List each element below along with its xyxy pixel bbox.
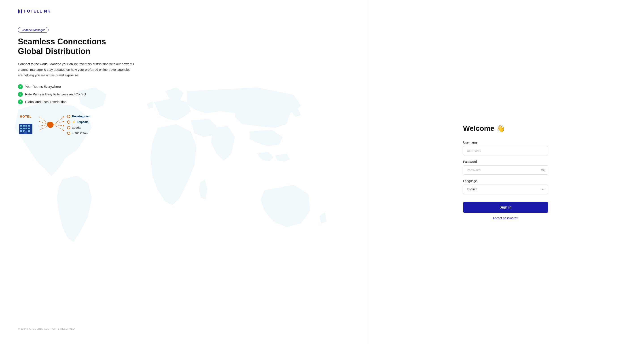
- building-svg: [18, 119, 34, 135]
- ota-expedia: ⚡ Expedia: [67, 120, 90, 124]
- feature-item-3: Global and Local Distribution: [18, 99, 354, 104]
- password-group: Password: [463, 160, 548, 175]
- language-select[interactable]: English Thai Japanese Chinese Korean: [463, 185, 548, 194]
- password-label: Password: [463, 160, 548, 163]
- forgot-password-link[interactable]: Forgot password?: [463, 216, 548, 220]
- svg-line-21: [54, 125, 64, 130]
- svg-marker-24: [63, 125, 64, 126]
- svg-rect-2: [23, 125, 24, 126]
- svg-line-18: [54, 117, 64, 125]
- svg-point-17: [47, 122, 54, 128]
- svg-rect-7: [26, 128, 27, 129]
- eye-slash-icon: [541, 168, 545, 171]
- svg-marker-23: [63, 121, 64, 122]
- hotel-diagram: HOTEL: [18, 112, 354, 137]
- feature-text-2: Rate Parity is Easy to Achieve and Contr…: [25, 92, 86, 96]
- feature-list: Your Rooms Everywhere Rate Parity is Eas…: [18, 84, 354, 104]
- svg-rect-3: [26, 125, 27, 126]
- svg-line-19: [54, 121, 64, 125]
- panel-divider: [367, 0, 368, 344]
- left-content: Channel Manager Seamless Connections Glo…: [18, 27, 354, 137]
- welcome-title: Welcome 👋: [463, 124, 548, 133]
- page-wrapper: HOTELLINK Channel Manager Seamless Conne…: [0, 0, 644, 344]
- headline-line2: Global Distribution: [18, 47, 90, 56]
- ota-circle-more: [67, 132, 70, 135]
- login-card: Welcome 👋 Username Password: [454, 120, 557, 224]
- ota-name-booking: Booking.com: [72, 115, 90, 118]
- feature-item-1: Your Rooms Everywhere: [18, 84, 354, 89]
- svg-rect-1: [20, 125, 22, 126]
- check-icon-1: [18, 84, 23, 89]
- footer-copyright: © 2024 HOTEL LINK. ALL RIGHTS RESERVED.: [18, 327, 76, 330]
- welcome-text: Welcome: [463, 124, 494, 133]
- username-input[interactable]: [463, 146, 548, 155]
- feature-text-1: Your Rooms Everywhere: [25, 85, 61, 88]
- password-input[interactable]: [463, 165, 548, 175]
- ota-name-agoda: agoda: [72, 126, 80, 129]
- ota-name-expedia: ⚡: [72, 120, 76, 124]
- diagram-arrows: [38, 112, 65, 137]
- svg-rect-6: [23, 128, 24, 129]
- feature-text-3: Global and Local Distribution: [25, 100, 66, 104]
- ota-name-more: + 200 OTAs: [72, 131, 88, 135]
- feature-item-2: Rate Parity is Easy to Achieve and Contr…: [18, 92, 354, 97]
- svg-rect-5: [20, 128, 22, 129]
- logo-icon: [18, 10, 22, 14]
- svg-marker-25: [63, 130, 64, 131]
- svg-rect-8: [28, 128, 30, 129]
- hotel-building: HOTEL: [18, 115, 34, 135]
- logo: HOTELLINK: [18, 9, 354, 14]
- ota-circle-expedia: [67, 120, 70, 124]
- svg-rect-9: [20, 130, 22, 132]
- logo-bar-3: [21, 10, 22, 14]
- logo-bar-1: [18, 10, 19, 14]
- right-panel: Welcome 👋 Username Password: [367, 0, 644, 344]
- description: Connect to the world. Manage your online…: [18, 61, 134, 78]
- ota-lines: Booking.com ⚡ Expedia agoda + 200 OTAs: [67, 115, 90, 135]
- channel-manager-badge: Channel Manager: [18, 27, 48, 33]
- svg-rect-11: [28, 130, 30, 132]
- logo-bar-2: [20, 10, 20, 13]
- wave-emoji: 👋: [497, 124, 505, 132]
- language-label: Language: [463, 179, 548, 183]
- left-panel: HOTELLINK Channel Manager Seamless Conne…: [0, 0, 367, 344]
- password-wrapper: [463, 165, 548, 175]
- ota-more: + 200 OTAs: [67, 131, 90, 135]
- svg-marker-22: [63, 116, 64, 118]
- svg-rect-4: [28, 125, 30, 126]
- logo-text: HOTELLINK: [24, 9, 51, 14]
- svg-rect-12: [24, 131, 27, 134]
- language-group: Language English Thai Japanese Chinese K…: [463, 179, 548, 194]
- ota-circle-booking: [67, 115, 70, 118]
- check-icon-2: [18, 92, 23, 97]
- sign-in-button[interactable]: Sign in: [463, 202, 548, 213]
- hotel-label: HOTEL: [20, 115, 32, 118]
- ota-agoda: agoda: [67, 126, 90, 129]
- footer: © 2024 HOTEL LINK. ALL RIGHTS RESERVED.: [18, 322, 354, 330]
- check-icon-3: [18, 99, 23, 104]
- ota-circle-agoda: [67, 126, 70, 129]
- password-toggle-button[interactable]: [541, 168, 545, 171]
- ota-name-expedia-text: Expedia: [77, 120, 88, 124]
- headline-line1: Seamless Connections: [18, 37, 106, 46]
- username-label: Username: [463, 141, 548, 144]
- ota-booking: Booking.com: [67, 115, 90, 118]
- headline: Seamless Connections Global Distribution: [18, 37, 354, 56]
- username-group: Username: [463, 141, 548, 155]
